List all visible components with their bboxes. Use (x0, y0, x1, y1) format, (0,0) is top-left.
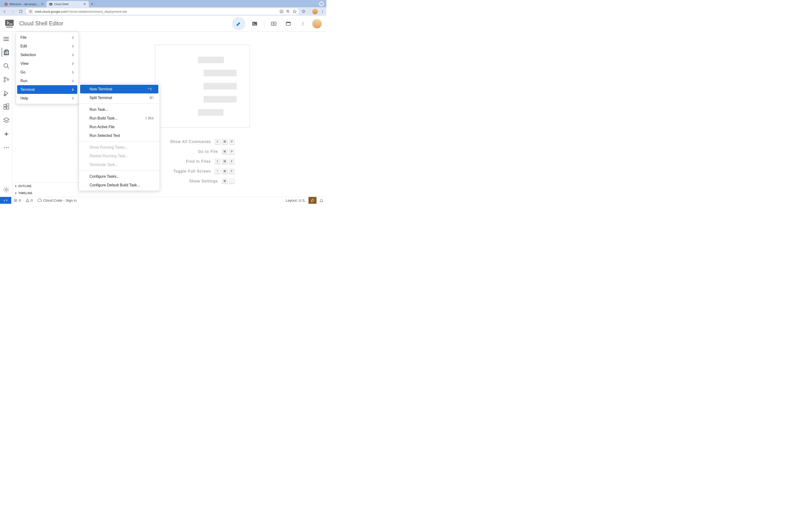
url-actions (280, 9, 297, 14)
new-window-button[interactable] (283, 18, 294, 29)
url-bar[interactable]: shell.cloud.google.com/?show=ide&environ… (26, 8, 299, 15)
submenu-label: Run Active File (90, 125, 115, 129)
browser-toolbar: shell.cloud.google.com/?show=ide&environ… (0, 7, 326, 16)
status-bar: 0 0 Cloud Code - Sign in Layout: U.S. (0, 197, 326, 204)
chevron-right-icon (72, 45, 74, 48)
svg-rect-33 (7, 107, 9, 109)
install-app-icon[interactable] (280, 9, 284, 14)
shortcut-row: Show Settings⌘, (170, 179, 235, 184)
search-icon[interactable] (2, 62, 10, 70)
svg-rect-17 (9, 24, 12, 24)
errors-count[interactable]: 0 (11, 199, 23, 203)
svg-rect-34 (7, 104, 9, 106)
source-control-icon[interactable] (2, 75, 10, 84)
svg-point-27 (4, 77, 5, 79)
editor-toggle-button[interactable] (232, 17, 245, 30)
menu-item-view[interactable]: View (17, 59, 77, 68)
chevron-right-icon (72, 62, 74, 65)
key: P (229, 149, 235, 154)
tabs-dropdown-button[interactable] (319, 1, 324, 6)
keyboard-layout[interactable]: Layout: U.S. (283, 199, 308, 203)
menu-item-selection[interactable]: Selection (17, 50, 77, 59)
close-icon[interactable] (41, 3, 44, 6)
submenu-item[interactable]: Run Task... (80, 105, 158, 114)
menu-item-label: Help (20, 96, 28, 101)
submenu-item[interactable]: Run Build Task...⇧⌘B (80, 114, 158, 122)
shortcut-row: Toggle Full Screen^⌘F (170, 169, 235, 174)
submenu-item[interactable]: New Terminal^⇧` (80, 85, 158, 94)
svg-point-36 (6, 147, 7, 148)
shortcut-row: Go to File⌘P (170, 149, 235, 154)
key: F (229, 159, 235, 164)
timeline-label: TIMELINE (18, 191, 33, 195)
browser-tab[interactable]: Welcome – lab-project-id-ex (2, 1, 47, 7)
settings-gear-icon[interactable] (2, 185, 10, 194)
back-button[interactable] (2, 9, 7, 14)
reload-button[interactable] (18, 9, 23, 14)
menu-item-edit[interactable]: Edit (17, 42, 77, 50)
submenu-shortcut: ⌘\ (149, 96, 154, 100)
browser-tab-active[interactable]: Cloud Shell (47, 1, 89, 7)
extensions-icon[interactable] (301, 9, 306, 14)
svg-rect-5 (31, 11, 32, 11)
shortcut-keys: ⇧⌘P (215, 139, 235, 144)
site-settings-icon[interactable] (28, 9, 33, 14)
submenu-label: Run Build Task... (90, 116, 118, 120)
preview-button[interactable] (268, 18, 279, 29)
menu-item-run[interactable]: Run (17, 76, 77, 85)
terminal-toggle-button[interactable] (250, 18, 260, 29)
shortcut-keys: ⇧⌘F (215, 159, 235, 164)
more-icon[interactable] (2, 144, 10, 152)
shortcut-row: Show All Commands⇧⌘P (170, 139, 235, 144)
submenu-item[interactable]: Configure Tasks... (80, 172, 158, 181)
submenu-item[interactable]: Split Terminal⌘\ (80, 94, 158, 102)
bookmark-icon[interactable] (293, 9, 297, 14)
notifications-bell-icon[interactable] (316, 199, 326, 203)
menu-item-help[interactable]: Help (17, 94, 77, 103)
key: ⌘ (222, 139, 228, 144)
submenu-item[interactable]: Run Selected Text (80, 131, 158, 140)
user-avatar[interactable] (312, 19, 322, 29)
svg-point-38 (5, 189, 7, 190)
ai-sparkle-icon[interactable] (2, 130, 10, 138)
url-text: shell.cloud.google.com/?show=ide&environ… (35, 10, 127, 13)
zoom-icon[interactable] (286, 9, 290, 14)
browser-menu-icon[interactable] (321, 10, 324, 13)
extensions-panel-icon[interactable] (2, 103, 10, 111)
timeline-section[interactable]: TIMELINE (12, 190, 78, 197)
outline-section[interactable]: OUTLINE (12, 183, 78, 190)
menu-item-terminal[interactable]: Terminal (17, 85, 77, 94)
hamburger-menu-button[interactable] (2, 35, 10, 43)
submenu-shortcut: ^⇧` (148, 87, 154, 91)
more-menu-button[interactable] (298, 18, 308, 29)
cloud-code-signin[interactable]: Cloud Code - Sign in (35, 199, 79, 203)
forward-button[interactable] (10, 9, 15, 14)
shortcut-keys: ⌘, (222, 179, 235, 184)
warnings-count[interactable]: 0 (23, 199, 35, 203)
explorer-icon[interactable] (2, 48, 10, 57)
svg-point-24 (303, 23, 303, 24)
run-debug-icon[interactable] (2, 89, 10, 97)
cloudshell-logo-icon (5, 19, 15, 28)
close-icon[interactable] (83, 3, 87, 6)
shortcut-label: Toggle Full Screen (173, 169, 211, 173)
browser-tab-strip: Welcome – lab-project-id-ex Cloud Shell … (0, 0, 326, 7)
key: ^ (215, 169, 220, 174)
new-tab-button[interactable]: + (89, 1, 95, 7)
browser-profile-avatar[interactable] (312, 9, 318, 14)
remote-indicator[interactable] (0, 197, 11, 204)
submenu-label: Run Selected Text (90, 133, 120, 138)
svg-rect-3 (49, 3, 52, 5)
svg-point-8 (30, 10, 31, 11)
api-icon[interactable] (2, 116, 10, 125)
key: , (229, 179, 235, 184)
activity-bar (0, 32, 12, 197)
chevron-right-icon (72, 71, 74, 74)
menu-item-go[interactable]: Go (17, 68, 77, 76)
menu-item-file[interactable]: File (17, 33, 77, 42)
submenu-item[interactable]: Configure Default Build Task... (80, 181, 158, 189)
submenu-item[interactable]: Run Active File (80, 122, 158, 131)
status-pin-icon[interactable] (308, 197, 316, 204)
svg-point-35 (4, 147, 5, 148)
submenu-item: Terminate Task... (80, 160, 158, 169)
